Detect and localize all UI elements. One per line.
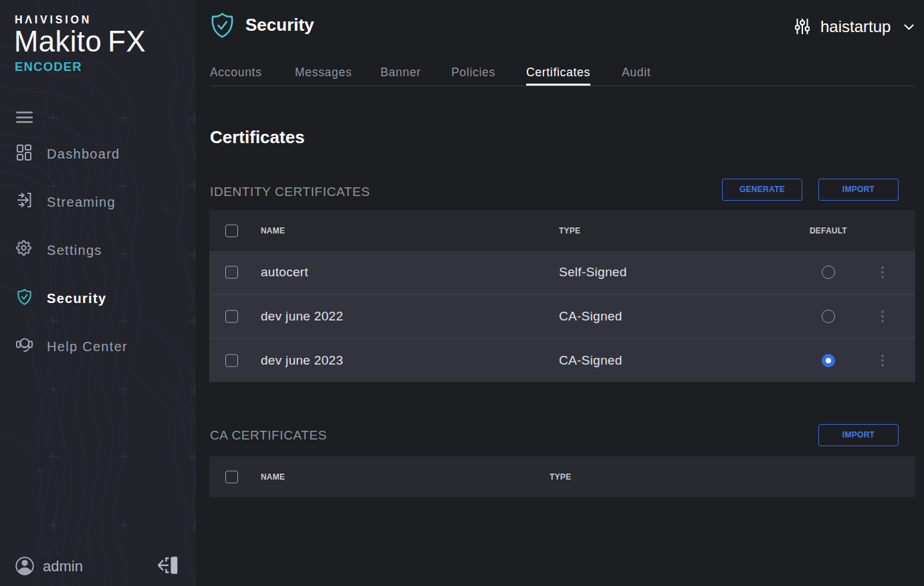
svg-text:723: 723 (158, 203, 170, 213)
svg-text:1074: 1074 (37, 466, 51, 476)
